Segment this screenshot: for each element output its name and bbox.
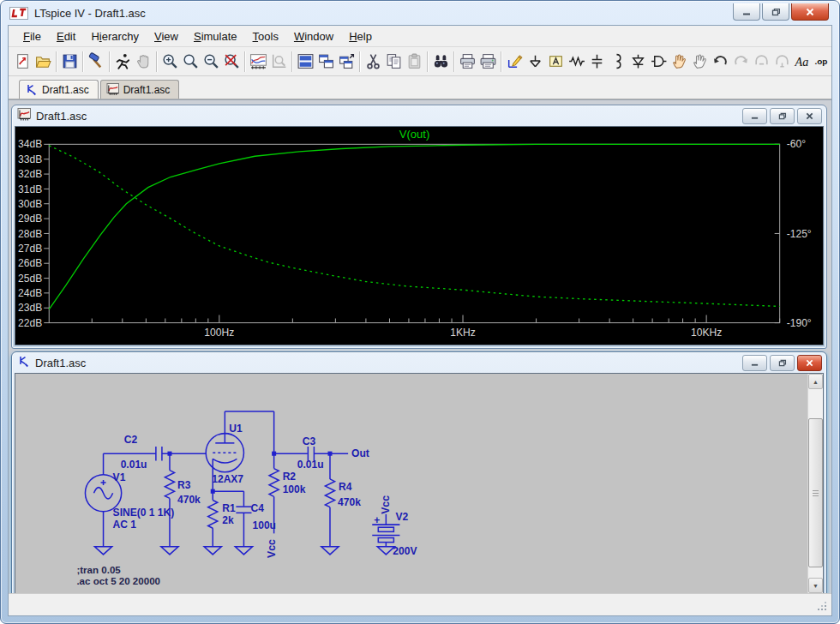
tool-wire-button[interactable]	[504, 51, 525, 72]
schematic-minimize-button[interactable]	[742, 355, 767, 371]
svg-text:100Hz: 100Hz	[204, 327, 234, 339]
menu-edit[interactable]: Edit	[49, 28, 83, 45]
svg-text:V2: V2	[395, 511, 408, 523]
tool-net-label-button[interactable]	[545, 51, 566, 72]
tool-print-button[interactable]	[477, 51, 498, 72]
scroll-track[interactable]	[808, 389, 823, 578]
tool-resistor-button[interactable]	[566, 51, 586, 72]
toolbar-separator	[359, 51, 360, 72]
svg-text:29dB: 29dB	[18, 213, 42, 225]
vcc-flag: Vcc	[266, 539, 278, 558]
tool-run-button[interactable]	[112, 51, 133, 72]
menu-help[interactable]: Help	[341, 28, 380, 45]
tool-zoom-box-button[interactable]	[180, 51, 201, 72]
waveform-window-titlebar[interactable]: Draft1.asc	[15, 105, 824, 126]
tool-spice-directive-button[interactable]: .op	[813, 51, 833, 72]
net-label-out: Out	[351, 447, 369, 459]
tool-zoom-in-button[interactable]	[159, 51, 180, 72]
minimize-button[interactable]	[733, 3, 760, 21]
waveform-icon	[106, 83, 119, 96]
tool-ground-button[interactable]	[525, 51, 545, 72]
tool-tile-horizontal-button[interactable]	[295, 51, 315, 72]
cut-icon	[364, 52, 382, 70]
new-schematic-icon	[14, 52, 32, 70]
schematic-icon	[17, 355, 30, 370]
cascade-icon	[338, 52, 356, 70]
svg-text:32dB: 32dB	[18, 168, 42, 180]
drag-icon	[691, 52, 709, 70]
svg-text:-190°: -190°	[787, 317, 812, 329]
tool-component-button[interactable]	[648, 51, 669, 72]
halt-icon	[135, 52, 153, 70]
schematic-close-button[interactable]	[797, 355, 822, 371]
tool-inductor-button[interactable]	[607, 51, 627, 72]
plot-close-button[interactable]	[797, 108, 822, 124]
close-button[interactable]	[791, 3, 829, 21]
plot-restore-button[interactable]	[770, 108, 795, 124]
svg-text:-125°: -125°	[787, 227, 812, 239]
tool-halt-button	[133, 51, 153, 72]
tool-copy-button[interactable]	[383, 51, 404, 72]
tool-open-button[interactable]	[33, 51, 53, 72]
tool-autorange-y-button[interactable]	[248, 51, 268, 72]
tool-undo-button[interactable]	[710, 51, 730, 72]
svg-text:33dB: 33dB	[18, 153, 42, 165]
tool-zoom-out-button[interactable]	[201, 51, 221, 72]
menu-hierarchy[interactable]: Hierarchy	[83, 28, 147, 45]
print-preview-icon	[459, 52, 477, 70]
find-icon	[432, 52, 450, 70]
capacitor-icon	[588, 52, 606, 70]
autorange-y-icon	[249, 52, 267, 70]
tool-capacitor-button[interactable]	[586, 51, 607, 72]
waveform-plot[interactable]: 22dB23dB24dB25dB26dB27dB28dB29dB30dB31dB…	[15, 127, 823, 345]
schematic-vertical-scrollbar[interactable]: ▲ ▼	[807, 374, 823, 593]
spice-directive-icon: .op	[814, 52, 832, 70]
component-icon	[650, 52, 668, 70]
tool-paste-button	[404, 51, 424, 72]
inductor-icon	[609, 52, 627, 70]
zoom-in-icon	[161, 52, 179, 70]
tool-save-button[interactable]	[59, 51, 80, 72]
menu-window[interactable]: Window	[286, 28, 341, 45]
menu-file[interactable]: File	[15, 28, 49, 45]
tool-print-preview-button[interactable]	[457, 51, 477, 72]
control-panel-icon	[87, 52, 105, 70]
toolbar-separator	[291, 51, 292, 72]
waveform-window-title: Draft1.asc	[36, 110, 87, 123]
tool-cascade-button[interactable]	[336, 51, 357, 72]
menu-view[interactable]: View	[147, 28, 186, 45]
tab-1-schematic[interactable]: Draft1.asc	[19, 80, 99, 99]
tool-drag-button[interactable]	[689, 51, 710, 72]
tool-text-button[interactable]: Aa	[792, 51, 813, 72]
menu-simulate[interactable]: Simulate	[186, 28, 245, 45]
tool-tile-vertical-button[interactable]	[315, 51, 336, 72]
tool-cut-button[interactable]	[363, 51, 383, 72]
client-area: FileEditHierarchyViewSimulateToolsWindow…	[8, 25, 832, 616]
tool-find-button[interactable]	[430, 51, 451, 72]
resize-grip[interactable]	[816, 600, 818, 602]
svg-text:22dB: 22dB	[18, 317, 42, 329]
tool-mark-unconn-button	[751, 51, 771, 72]
tab-2-waveform[interactable]: Draft1.asc	[100, 80, 180, 99]
scroll-up-button[interactable]: ▲	[808, 374, 823, 389]
tool-diode-button[interactable]	[627, 51, 648, 72]
menu-tools[interactable]: Tools	[245, 28, 286, 45]
svg-text:R2: R2	[283, 471, 297, 483]
svg-text:R4: R4	[339, 481, 352, 493]
restore-button[interactable]	[762, 3, 789, 21]
scroll-down-button[interactable]: ▼	[808, 578, 823, 593]
main-titlebar[interactable]: LTspice IV - Draft1.asc	[1, 1, 839, 25]
tool-zoom-extents-button[interactable]	[221, 51, 242, 72]
svg-text:C4: C4	[250, 502, 264, 514]
schematic-window-titlebar[interactable]: Draft1.asc	[15, 352, 824, 373]
tool-new-schematic-button[interactable]	[12, 51, 33, 72]
plot-minimize-button[interactable]	[742, 108, 767, 124]
tool-redo-button	[730, 51, 751, 72]
svg-text:12AX7: 12AX7	[212, 473, 243, 485]
schematic-restore-button[interactable]	[770, 355, 795, 371]
scroll-thumb[interactable]	[808, 418, 823, 567]
tool-move-button[interactable]	[669, 51, 689, 72]
svg-text:SINE(0 1 1K): SINE(0 1 1K)	[113, 507, 175, 519]
tool-control-panel-button[interactable]	[86, 51, 106, 72]
schematic-canvas[interactable]: V1SINE(0 1 1K)AC 1C20.01uR3470kU112AX7R1…	[15, 374, 807, 593]
